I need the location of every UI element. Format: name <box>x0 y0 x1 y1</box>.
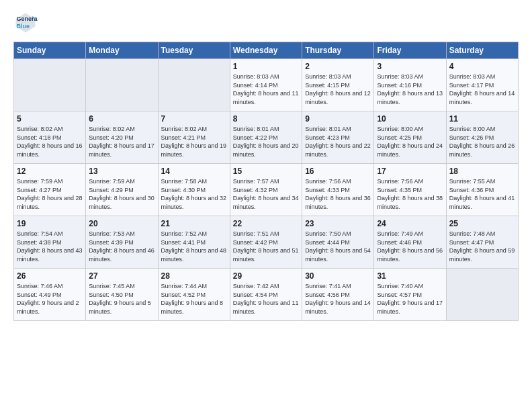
sunrise-text: Sunrise: 7:56 AM <box>377 177 443 186</box>
daylight-text: Daylight: 8 hours and 43 minutes. <box>17 246 83 263</box>
sunset-text: Sunset: 4:57 PM <box>377 291 443 300</box>
calendar-cell: 24Sunrise: 7:49 AMSunset: 4:46 PMDayligh… <box>374 216 446 269</box>
sunset-text: Sunset: 4:33 PM <box>305 186 371 195</box>
day-info: Sunrise: 7:55 AMSunset: 4:36 PMDaylight:… <box>449 177 515 211</box>
day-info: Sunrise: 7:54 AMSunset: 4:38 PMDaylight:… <box>17 230 83 263</box>
sunrise-text: Sunrise: 7:42 AM <box>233 282 299 291</box>
calendar-header-row: SundayMondayTuesdayWednesdayThursdayFrid… <box>14 42 519 59</box>
day-number: 31 <box>377 271 443 281</box>
sunrise-text: Sunrise: 7:51 AM <box>233 230 299 238</box>
sunset-text: Sunset: 4:21 PM <box>161 134 227 142</box>
calendar-week-row: 26Sunrise: 7:46 AMSunset: 4:49 PMDayligh… <box>14 269 519 321</box>
calendar-cell: 22Sunrise: 7:51 AMSunset: 4:42 PMDayligh… <box>230 216 302 269</box>
sunrise-text: Sunrise: 8:00 AM <box>377 125 443 134</box>
sunrise-text: Sunrise: 7:48 AM <box>449 230 515 238</box>
sunset-text: Sunset: 4:49 PM <box>17 291 83 300</box>
day-number: 2 <box>305 62 371 71</box>
day-number: 29 <box>233 271 299 281</box>
calendar-cell: 25Sunrise: 7:48 AMSunset: 4:47 PMDayligh… <box>446 216 518 269</box>
day-info: Sunrise: 7:42 AMSunset: 4:54 PMDaylight:… <box>233 282 299 316</box>
sunset-text: Sunset: 4:39 PM <box>89 238 154 247</box>
day-info: Sunrise: 8:00 AMSunset: 4:26 PMDaylight:… <box>449 125 515 158</box>
calendar-cell: 12Sunrise: 7:59 AMSunset: 4:27 PMDayligh… <box>14 164 86 216</box>
daylight-text: Daylight: 8 hours and 16 minutes. <box>17 142 83 158</box>
day-number: 9 <box>305 114 371 124</box>
calendar-cell: 4Sunrise: 8:03 AMSunset: 4:17 PMDaylight… <box>446 59 518 111</box>
daylight-text: Daylight: 8 hours and 24 minutes. <box>377 142 443 158</box>
day-info: Sunrise: 8:01 AMSunset: 4:23 PMDaylight:… <box>305 125 371 158</box>
day-number: 12 <box>17 167 83 176</box>
calendar-cell: 29Sunrise: 7:42 AMSunset: 4:54 PMDayligh… <box>230 269 302 321</box>
day-number: 23 <box>305 219 371 228</box>
sunrise-text: Sunrise: 7:57 AM <box>233 177 299 186</box>
day-number: 15 <box>233 167 299 176</box>
daylight-text: Daylight: 8 hours and 48 minutes. <box>161 246 227 263</box>
daylight-text: Daylight: 8 hours and 12 minutes. <box>305 89 371 106</box>
sunrise-text: Sunrise: 7:44 AM <box>161 282 227 291</box>
day-info: Sunrise: 7:59 AMSunset: 4:29 PMDaylight:… <box>89 177 154 211</box>
sunset-text: Sunset: 4:29 PM <box>89 186 154 195</box>
calendar-week-row: 1Sunrise: 8:03 AMSunset: 4:14 PMDaylight… <box>14 59 519 111</box>
calendar-cell: 3Sunrise: 8:03 AMSunset: 4:16 PMDaylight… <box>374 59 446 111</box>
day-number: 16 <box>305 167 371 176</box>
sunset-text: Sunset: 4:26 PM <box>449 134 515 142</box>
day-info: Sunrise: 8:01 AMSunset: 4:22 PMDaylight:… <box>233 125 299 158</box>
daylight-text: Daylight: 8 hours and 22 minutes. <box>305 142 371 158</box>
calendar-cell: 11Sunrise: 8:00 AMSunset: 4:26 PMDayligh… <box>446 111 518 164</box>
daylight-text: Daylight: 8 hours and 13 minutes. <box>377 89 443 106</box>
day-number: 8 <box>233 114 299 124</box>
day-info: Sunrise: 7:56 AMSunset: 4:33 PMDaylight:… <box>305 177 371 211</box>
sunset-text: Sunset: 4:30 PM <box>161 186 227 195</box>
sunset-text: Sunset: 4:23 PM <box>305 134 371 142</box>
daylight-text: Daylight: 8 hours and 11 minutes. <box>233 89 299 106</box>
day-number: 5 <box>17 114 83 124</box>
day-number: 7 <box>161 114 227 124</box>
weekday-header-friday: Friday <box>374 42 446 59</box>
sunrise-text: Sunrise: 7:53 AM <box>89 230 154 238</box>
day-info: Sunrise: 7:46 AMSunset: 4:49 PMDaylight:… <box>17 282 83 316</box>
sunrise-text: Sunrise: 8:03 AM <box>449 73 515 81</box>
weekday-header-saturday: Saturday <box>446 42 518 59</box>
daylight-text: Daylight: 8 hours and 34 minutes. <box>233 194 299 211</box>
day-info: Sunrise: 8:03 AMSunset: 4:16 PMDaylight:… <box>377 73 443 106</box>
sunset-text: Sunset: 4:42 PM <box>233 238 299 247</box>
sunrise-text: Sunrise: 8:02 AM <box>89 125 154 134</box>
logo-icon: General Blue <box>13 11 38 35</box>
sunset-text: Sunset: 4:41 PM <box>161 238 227 247</box>
calendar-cell: 8Sunrise: 8:01 AMSunset: 4:22 PMDaylight… <box>230 111 302 164</box>
daylight-text: Daylight: 8 hours and 28 minutes. <box>17 194 83 211</box>
calendar-cell: 7Sunrise: 8:02 AMSunset: 4:21 PMDaylight… <box>158 111 230 164</box>
day-info: Sunrise: 8:02 AMSunset: 4:18 PMDaylight:… <box>17 125 83 158</box>
daylight-text: Daylight: 8 hours and 20 minutes. <box>233 142 299 158</box>
header: General Blue <box>13 11 519 35</box>
sunset-text: Sunset: 4:36 PM <box>449 186 515 195</box>
calendar-cell: 31Sunrise: 7:40 AMSunset: 4:57 PMDayligh… <box>374 269 446 321</box>
logo: General Blue <box>13 11 40 35</box>
weekday-header-thursday: Thursday <box>302 42 374 59</box>
calendar-cell <box>14 59 86 111</box>
calendar-week-row: 5Sunrise: 8:02 AMSunset: 4:18 PMDaylight… <box>14 111 519 164</box>
svg-text:Blue: Blue <box>17 23 30 30</box>
day-number: 20 <box>89 219 154 228</box>
sunset-text: Sunset: 4:47 PM <box>449 238 515 247</box>
calendar-cell: 10Sunrise: 8:00 AMSunset: 4:25 PMDayligh… <box>374 111 446 164</box>
daylight-text: Daylight: 8 hours and 19 minutes. <box>161 142 227 158</box>
calendar-cell: 26Sunrise: 7:46 AMSunset: 4:49 PMDayligh… <box>14 269 86 321</box>
day-info: Sunrise: 8:02 AMSunset: 4:21 PMDaylight:… <box>161 125 227 158</box>
daylight-text: Daylight: 8 hours and 41 minutes. <box>449 194 515 211</box>
sunset-text: Sunset: 4:16 PM <box>377 81 443 90</box>
calendar-cell: 18Sunrise: 7:55 AMSunset: 4:36 PMDayligh… <box>446 164 518 216</box>
calendar-cell: 15Sunrise: 7:57 AMSunset: 4:32 PMDayligh… <box>230 164 302 216</box>
sunset-text: Sunset: 4:35 PM <box>377 186 443 195</box>
daylight-text: Daylight: 9 hours and 11 minutes. <box>233 299 299 316</box>
day-number: 13 <box>89 167 154 176</box>
day-number: 19 <box>17 219 83 228</box>
daylight-text: Daylight: 9 hours and 2 minutes. <box>17 299 83 316</box>
day-number: 27 <box>89 271 154 281</box>
day-number: 6 <box>89 114 154 124</box>
sunset-text: Sunset: 4:17 PM <box>449 81 515 90</box>
sunset-text: Sunset: 4:52 PM <box>161 291 227 300</box>
sunrise-text: Sunrise: 8:03 AM <box>305 73 371 81</box>
calendar-cell: 21Sunrise: 7:52 AMSunset: 4:41 PMDayligh… <box>158 216 230 269</box>
sunrise-text: Sunrise: 8:02 AM <box>17 125 83 134</box>
